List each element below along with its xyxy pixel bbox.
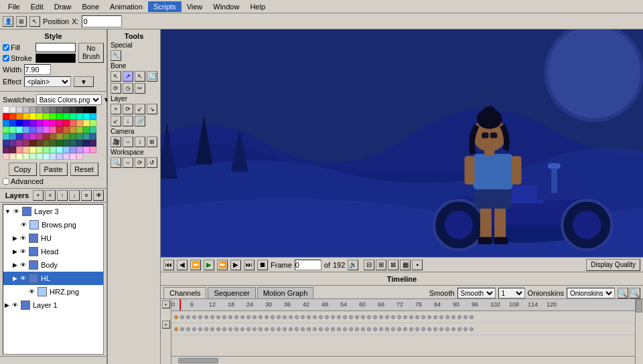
swatch-88[interactable] xyxy=(29,147,36,153)
swatch-92[interactable] xyxy=(56,147,63,153)
layer-visibility-icon[interactable]: 👁 xyxy=(13,208,19,215)
swatch-98[interactable] xyxy=(3,153,9,160)
swatch-64[interactable] xyxy=(56,133,63,140)
layer-tool-2[interactable]: ⟳ xyxy=(123,104,133,114)
swatch-7[interactable] xyxy=(50,106,56,113)
width-input[interactable] xyxy=(24,64,51,75)
layer-expand-icon[interactable]: ▶ xyxy=(13,275,17,282)
swatch-46[interactable] xyxy=(29,126,36,133)
track-dot[interactable] xyxy=(470,315,474,319)
playback-play[interactable]: ▶ xyxy=(204,260,214,270)
swatch-43[interactable] xyxy=(9,126,16,133)
timeline-add-key-2[interactable]: + xyxy=(162,321,170,329)
track-dot[interactable] xyxy=(307,315,311,319)
track-dot[interactable] xyxy=(253,315,257,319)
playback-prev-key[interactable]: ⏪ xyxy=(190,260,201,270)
track-dot[interactable] xyxy=(379,327,383,331)
playhead[interactable] xyxy=(180,299,181,310)
swatch-33[interactable] xyxy=(36,120,43,126)
camera-tool-2[interactable]: ↔ xyxy=(123,136,133,147)
track-dot[interactable] xyxy=(427,327,431,331)
track-dot[interactable] xyxy=(463,315,468,319)
track-dot[interactable] xyxy=(198,315,202,319)
swatch-95[interactable] xyxy=(76,147,83,153)
camera-tool-4[interactable]: ⊞ xyxy=(147,136,157,147)
track-dot[interactable] xyxy=(391,327,395,331)
timeline-add-key[interactable]: + xyxy=(162,300,170,308)
swatch-109[interactable] xyxy=(76,153,83,160)
menu-file[interactable]: File xyxy=(3,1,25,12)
swatch-51[interactable] xyxy=(63,126,70,133)
swatch-106[interactable] xyxy=(56,153,63,160)
track-dot[interactable] xyxy=(439,327,443,331)
swatch-55[interactable] xyxy=(90,126,96,133)
swatch-70[interactable] xyxy=(3,140,9,147)
swatch-47[interactable] xyxy=(36,126,43,133)
layer-tool-5[interactable]: ↙ xyxy=(111,116,121,126)
swatch-94[interactable] xyxy=(70,147,76,153)
swatch-31[interactable] xyxy=(23,120,29,126)
track-dot[interactable] xyxy=(470,327,474,331)
stroke-color-swatch[interactable] xyxy=(35,54,76,63)
swatch-100[interactable] xyxy=(16,153,23,160)
track-dot[interactable] xyxy=(361,327,365,331)
effect-apply-button[interactable]: ▼ xyxy=(74,76,94,87)
track-dot[interactable] xyxy=(337,327,341,331)
layer-delete-button[interactable]: × xyxy=(45,190,56,201)
swatch-54[interactable] xyxy=(83,126,90,133)
track-dot[interactable] xyxy=(421,315,425,319)
track-dot[interactable] xyxy=(433,315,437,319)
bone-tool-6[interactable]: ◷ xyxy=(123,83,133,94)
x-input[interactable] xyxy=(82,15,122,27)
track-dot[interactable] xyxy=(259,315,263,319)
track-dot[interactable] xyxy=(295,315,299,319)
fps-select[interactable]: 1 xyxy=(498,288,525,298)
track-dot[interactable] xyxy=(397,327,401,331)
track-dot[interactable] xyxy=(228,315,232,319)
swatch-103[interactable] xyxy=(36,153,43,160)
tab-channels[interactable]: Channels xyxy=(163,287,206,298)
swatch-6[interactable] xyxy=(43,106,50,113)
swatch-32[interactable] xyxy=(29,120,36,126)
swatch-8[interactable] xyxy=(56,106,63,113)
swatch-1[interactable] xyxy=(9,106,16,113)
swatch-10[interactable] xyxy=(70,106,76,113)
swatch-83[interactable] xyxy=(90,140,96,147)
track-dot[interactable] xyxy=(385,315,389,319)
track-dot[interactable] xyxy=(343,327,347,331)
camera-tool-1[interactable]: 🎥 xyxy=(111,136,121,147)
track-dot[interactable] xyxy=(295,327,299,331)
swatch-45[interactable] xyxy=(23,126,29,133)
swatch-52[interactable] xyxy=(70,126,76,133)
track-dot[interactable] xyxy=(355,327,359,331)
swatch-9[interactable] xyxy=(63,106,70,113)
track-dot[interactable] xyxy=(265,315,269,319)
track-dot[interactable] xyxy=(228,327,232,331)
swatch-40[interactable] xyxy=(83,120,90,126)
track-dot[interactable] xyxy=(403,327,407,331)
track-dot[interactable] xyxy=(289,327,293,331)
track-dot[interactable] xyxy=(337,315,341,319)
timeline-horizontal-scrollbar[interactable] xyxy=(171,356,635,364)
track-dot[interactable] xyxy=(457,327,461,331)
track-dot[interactable] xyxy=(240,315,244,319)
layer-down-button[interactable]: ↓ xyxy=(69,190,80,201)
track-dot[interactable] xyxy=(277,315,281,319)
swatch-34[interactable] xyxy=(43,120,50,126)
layer-item[interactable]: ▶👁Layer 1 xyxy=(3,298,103,312)
track-dot[interactable] xyxy=(259,327,263,331)
track-dot[interactable] xyxy=(445,327,449,331)
zoom-out-button[interactable]: 🔍 xyxy=(618,288,628,298)
special-tool-1[interactable]: 🔧 xyxy=(111,50,121,61)
display-quality-button[interactable]: Display Quality xyxy=(586,259,640,271)
swatch-96[interactable] xyxy=(83,147,90,153)
layer-expand-icon[interactable]: ▼ xyxy=(5,208,11,215)
track-dot[interactable] xyxy=(174,327,178,331)
playback-prev-frame[interactable]: ◀ xyxy=(177,260,188,270)
swatch-108[interactable] xyxy=(70,153,76,160)
track-dot[interactable] xyxy=(343,315,347,319)
swatch-81[interactable] xyxy=(76,140,83,147)
track-dot[interactable] xyxy=(415,327,419,331)
tab-sequencer[interactable]: Sequencer xyxy=(208,287,255,298)
swatches-file-select[interactable]: Basic Colors.png xyxy=(36,94,102,105)
